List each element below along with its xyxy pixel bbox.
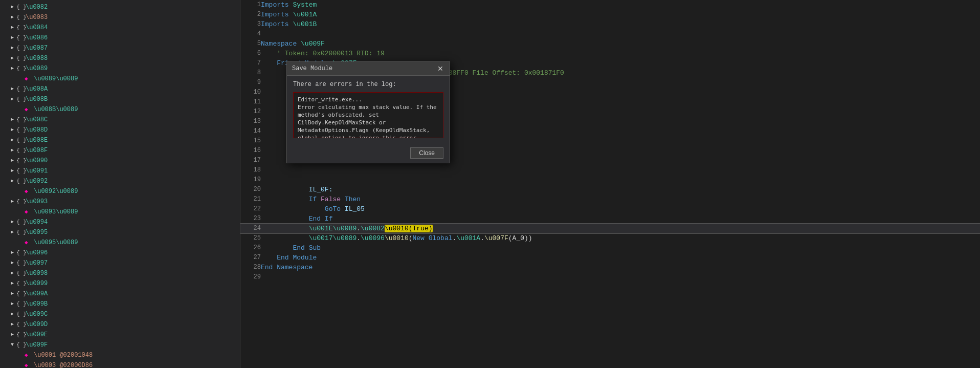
arrow-icon: ▶ xyxy=(8,125,16,135)
sidebar-item-u008A[interactable]: ▶{ }\u008A xyxy=(0,84,240,94)
sidebar-label: \u0099 xyxy=(26,279,48,288)
line-number-14: 14 xyxy=(240,126,261,136)
sidebar-label: \u0093\u0089 xyxy=(34,207,78,217)
line-number-18: 18 xyxy=(240,165,261,175)
code-line-3: 3Imports \u001B xyxy=(240,19,980,29)
arrow-icon: ▶ xyxy=(8,146,16,155)
line-code-2[interactable]: Imports \u001A xyxy=(261,10,980,19)
line-code-28[interactable]: End Namespace xyxy=(261,263,980,272)
arrow-icon: ▶ xyxy=(8,289,16,298)
arrow-icon: ▶ xyxy=(8,3,16,12)
arrow-icon: ▶ xyxy=(8,299,16,309)
sidebar-item-u008B_sub[interactable]: ◆\u008B\u0089 xyxy=(0,104,240,115)
sidebar-label: \u0088 xyxy=(26,54,48,63)
sidebar-item-u008B[interactable]: ▶{ }\u008B xyxy=(0,94,240,104)
sidebar-item-u008C[interactable]: ▶{ }\u008C xyxy=(0,115,240,125)
line-code-5[interactable]: Namespace \u009F xyxy=(261,39,980,49)
sidebar-item-u0089[interactable]: ▶{ }\u0089 xyxy=(0,63,240,74)
code-line-5: 5Namespace \u009F xyxy=(240,39,980,49)
sidebar-label: \u0097 xyxy=(26,258,48,268)
sidebar-item-u0095_sub[interactable]: ◆\u0095\u0089 xyxy=(0,237,240,248)
sidebar-item-u0003[interactable]: ◆\u0003 @02000D86 xyxy=(0,360,240,368)
sidebar-label: \u009B xyxy=(26,299,48,309)
sidebar-item-u0093[interactable]: ▶{ }\u0093 xyxy=(0,197,240,207)
line-code-3[interactable]: Imports \u001B xyxy=(261,19,980,29)
arrow-icon: ▶ xyxy=(8,136,16,145)
sidebar-item-u0096[interactable]: ▶{ }\u0096 xyxy=(0,248,240,258)
line-number-7: 7 xyxy=(240,58,261,68)
sidebar-item-u0094[interactable]: ▶{ }\u0094 xyxy=(0,217,240,227)
line-code-23[interactable]: End If xyxy=(261,214,980,224)
dot-icon: ◆ xyxy=(25,361,33,368)
sidebar-label: \u009E xyxy=(26,330,48,339)
line-code-22[interactable]: GoTo IL_05 xyxy=(261,204,980,214)
sidebar-item-u0092_sub[interactable]: ◆\u0092\u0089 xyxy=(0,186,240,197)
arrow-icon: ▶ xyxy=(8,156,16,165)
sidebar-item-u009E[interactable]: ▶{ }\u009E xyxy=(0,330,240,340)
sidebar-item-u0088[interactable]: ▶{ }\u0088 xyxy=(0,53,240,63)
sidebar-item-u0098[interactable]: ▶{ }\u0098 xyxy=(0,268,240,278)
line-number-17: 17 xyxy=(240,156,261,165)
sidebar-item-u008D[interactable]: ▶{ }\u008D xyxy=(0,125,240,135)
sidebar-item-u0087[interactable]: ▶{ }\u0087 xyxy=(0,43,240,53)
dot-icon: ◆ xyxy=(25,207,33,217)
sidebar-label: \u009D xyxy=(26,320,48,329)
brace-icon: { } xyxy=(16,54,25,63)
line-code-20[interactable]: IL_0F: xyxy=(261,185,980,194)
line-number-26: 26 xyxy=(240,243,261,253)
sidebar-item-u0093_sub[interactable]: ◆\u0093\u0089 xyxy=(0,207,240,217)
line-code-19[interactable] xyxy=(261,175,980,185)
line-number-13: 13 xyxy=(240,117,261,126)
line-number-8: 8 xyxy=(240,68,261,78)
sidebar-item-u009F[interactable]: ▼{ }\u009F xyxy=(0,340,240,350)
sidebar-item-u0092[interactable]: ▶{ }\u0092 xyxy=(0,176,240,186)
brace-icon: { } xyxy=(16,136,25,145)
brace-icon: { } xyxy=(16,125,25,135)
sidebar-item-u0001[interactable]: ◆\u0001 @02001048 xyxy=(0,350,240,360)
dialog-close-action-button[interactable]: Close xyxy=(410,147,443,159)
line-code-18[interactable] xyxy=(261,165,980,175)
line-code-1[interactable]: Imports System xyxy=(261,0,980,10)
sidebar-item-u0089_sub[interactable]: ◆\u0089\u0089 xyxy=(0,74,240,84)
line-code-6[interactable]: ' Token: 0x02000013 RID: 19 xyxy=(261,49,980,58)
sidebar-item-u009C[interactable]: ▶{ }\u009C xyxy=(0,309,240,319)
arrow-icon: ▶ xyxy=(8,54,16,63)
sidebar-item-u0097[interactable]: ▶{ }\u0097 xyxy=(0,258,240,268)
brace-icon: { } xyxy=(16,166,25,176)
sidebar-label: \u009F xyxy=(26,340,48,350)
sidebar-label: \u009A xyxy=(26,289,48,298)
line-number-4: 4 xyxy=(240,29,261,39)
sidebar-label: \u009C xyxy=(26,310,48,319)
dialog-close-button[interactable]: ✕ xyxy=(436,65,444,72)
code-line-1: 1Imports System xyxy=(240,0,980,10)
sidebar-item-u008E[interactable]: ▶{ }\u008E xyxy=(0,135,240,145)
line-code-24[interactable]: \u001E\u0089.\u0082\u0010(True) xyxy=(261,224,980,233)
line-code-26[interactable]: End Sub xyxy=(261,243,980,253)
line-number-22: 22 xyxy=(240,204,261,214)
line-number-19: 19 xyxy=(240,175,261,185)
sidebar-item-u009D[interactable]: ▶{ }\u009D xyxy=(0,319,240,330)
line-code-4[interactable] xyxy=(261,29,980,39)
sidebar-item-u0099[interactable]: ▶{ }\u0099 xyxy=(0,278,240,289)
line-code-29[interactable] xyxy=(261,272,980,282)
sidebar-item-u0083[interactable]: ▶{ }\u0083 xyxy=(0,12,240,23)
line-code-21[interactable]: If False Then xyxy=(261,194,980,204)
arrow-icon: ▶ xyxy=(8,95,16,104)
sidebar-item-u0084[interactable]: ▶{ }\u0084 xyxy=(0,23,240,33)
arrow-icon: ▶ xyxy=(8,166,16,176)
line-code-27[interactable]: End Module xyxy=(261,253,980,263)
arrow-icon: ▶ xyxy=(8,84,16,94)
sidebar-label: \u0095\u0089 xyxy=(34,238,78,247)
sidebar-item-u009B[interactable]: ▶{ }\u009B xyxy=(0,299,240,309)
brace-icon: { } xyxy=(16,95,25,104)
sidebar-item-u008F[interactable]: ▶{ }\u008F xyxy=(0,145,240,156)
sidebar-item-u0095[interactable]: ▶{ }\u0095 xyxy=(0,227,240,237)
line-number-16: 16 xyxy=(240,146,261,156)
sidebar-item-u0090[interactable]: ▶{ }\u0090 xyxy=(0,156,240,166)
code-line-25: 25 \u0017\u0089.\u0096\u0010(New Global.… xyxy=(240,233,980,243)
sidebar-item-u0091[interactable]: ▶{ }\u0091 xyxy=(0,166,240,176)
line-code-25[interactable]: \u0017\u0089.\u0096\u0010(New Global.\u0… xyxy=(261,233,980,243)
sidebar-item-u009A[interactable]: ▶{ }\u009A xyxy=(0,289,240,299)
sidebar-item-u0086[interactable]: ▶{ }\u0086 xyxy=(0,33,240,43)
sidebar-item-u0082[interactable]: ▶{ }\u0082 xyxy=(0,2,240,12)
